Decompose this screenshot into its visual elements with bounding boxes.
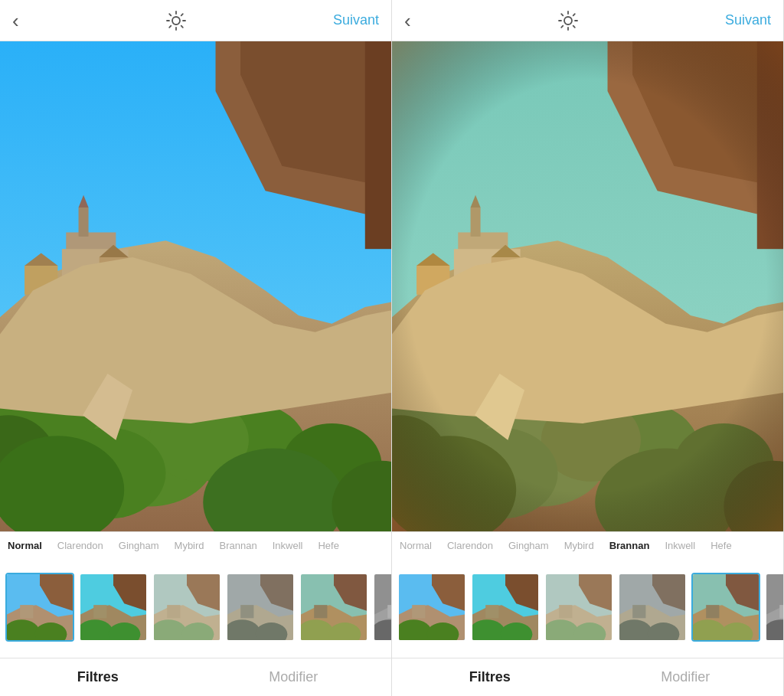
right-back-button[interactable]: ‹ [404,11,411,31]
right-thumb-normal[interactable] [397,573,466,642]
left-filter-label-brannan[interactable]: Brannan [212,540,265,551]
right-panel: ‹ Suivant [392,0,784,696]
right-thumb-gingham[interactable] [544,573,613,642]
left-next-button[interactable]: Suivant [333,12,379,28]
right-filter-label-gingham[interactable]: Gingham [501,540,557,551]
right-filtres-button[interactable]: Filtres [392,669,588,685]
svg-rect-23 [79,207,89,237]
svg-rect-123 [485,605,498,618]
svg-line-83 [573,25,575,27]
svg-rect-13 [365,41,391,249]
svg-line-6 [181,25,183,27]
right-next-button[interactable]: Suivant [725,12,771,28]
right-thumb-inkwell[interactable] [765,573,783,642]
left-brightness-icon[interactable] [166,11,186,31]
right-thumb-mybird[interactable] [618,573,687,642]
svg-rect-52 [167,605,180,618]
left-panel: ‹ Suivant [0,0,392,696]
left-photo-area [0,41,391,531]
svg-rect-70 [387,605,391,618]
svg-rect-135 [632,605,645,618]
right-modifier-button[interactable]: Modifier [588,669,784,685]
right-filter-label-brannan[interactable]: Brannan [602,540,658,551]
left-bottom-nav: Filtres Modifier [0,658,391,696]
left-thumb-clarendon[interactable] [79,573,148,642]
right-filter-labels: Normal Clarendon Gingham Mybird Brannan … [392,532,783,556]
right-thumb-clarendon[interactable] [471,573,540,642]
svg-point-77 [564,17,572,25]
left-filter-labels: Normal Clarendon Gingham Mybird Brannan … [0,532,391,556]
left-photo [0,41,391,531]
left-back-button[interactable]: ‹ [12,11,19,31]
right-photo-area [392,41,783,531]
right-filter-label-hefe[interactable]: Hefe [703,540,739,551]
svg-line-8 [169,25,171,27]
svg-rect-111 [392,41,783,531]
right-filter-bar: Normal Clarendon Gingham Mybird Brannan … [392,531,783,658]
svg-rect-40 [20,605,33,618]
right-thumb-brannan[interactable] [691,573,760,642]
left-filtres-button[interactable]: Filtres [0,669,196,685]
svg-rect-64 [314,605,327,618]
svg-line-5 [169,14,171,15]
left-modifier-button[interactable]: Modifier [196,669,392,685]
svg-rect-147 [779,605,783,618]
svg-point-0 [172,17,180,25]
left-thumb-normal[interactable] [5,573,74,642]
right-photo [392,41,783,531]
left-filter-bar: Normal Clarendon Gingham Mybird Brannan … [0,531,391,658]
right-filter-thumbs [392,556,783,658]
left-thumb-brannan[interactable] [299,573,368,642]
right-filter-label-normal[interactable]: Normal [392,540,439,551]
svg-rect-58 [240,605,253,618]
svg-rect-141 [706,605,719,618]
svg-line-82 [561,14,563,15]
right-filter-label-clarendon[interactable]: Clarendon [439,540,501,551]
left-thumb-gingham[interactable] [152,573,221,642]
left-filter-thumbs [0,556,391,658]
left-filter-label-normal[interactable]: Normal [0,540,50,551]
left-header: ‹ Suivant [0,0,391,41]
right-bottom-nav: Filtres Modifier [392,658,783,696]
right-header: ‹ Suivant [392,0,783,41]
right-brightness-icon[interactable] [558,11,578,31]
svg-rect-117 [412,605,425,618]
svg-line-7 [181,14,183,15]
right-filter-label-mybird[interactable]: Mybird [557,540,602,551]
left-filter-label-hefe[interactable]: Hefe [310,540,346,551]
right-filter-label-inkwell[interactable]: Inkwell [657,540,703,551]
left-thumb-inkwell[interactable] [373,573,391,642]
left-thumb-mybird[interactable] [226,573,295,642]
left-filter-label-gingham[interactable]: Gingham [111,540,167,551]
left-filter-label-mybird[interactable]: Mybird [167,540,212,551]
svg-rect-46 [93,605,106,618]
svg-rect-129 [559,605,572,618]
svg-line-85 [561,25,563,27]
svg-line-84 [573,14,575,15]
left-filter-label-inkwell[interactable]: Inkwell [265,540,311,551]
left-filter-label-clarendon[interactable]: Clarendon [50,540,111,551]
